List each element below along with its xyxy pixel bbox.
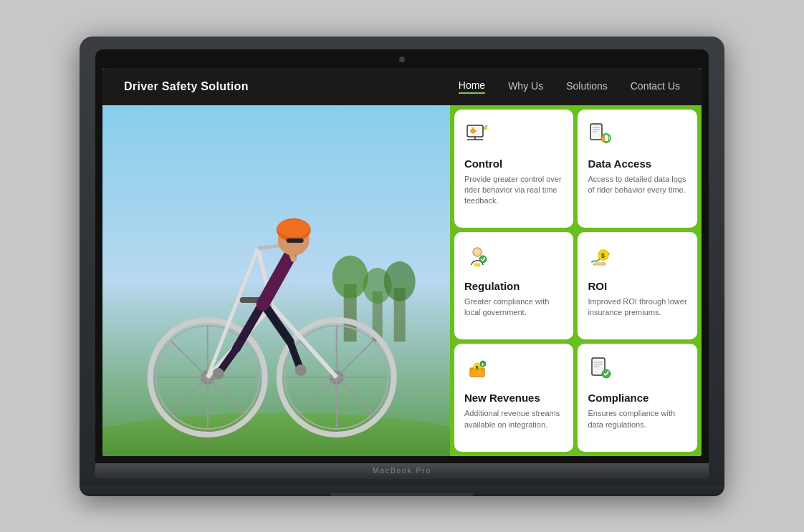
svg-point-1 [102, 413, 450, 456]
svg-point-58 [479, 256, 487, 263]
hero-image [102, 105, 450, 456]
feature-card-control: Control Provide greater control over rid… [454, 110, 574, 228]
compliance-icon [588, 355, 687, 385]
svg-rect-42 [287, 238, 304, 243]
feature-card-regulation: Regulation Greater compliance with local… [454, 232, 574, 339]
laptop-lid: Driver Safety Solution Home Why Us Solut… [80, 37, 724, 486]
svg-point-46 [471, 129, 475, 133]
svg-text:+: + [481, 362, 484, 367]
control-icon [464, 121, 564, 150]
feature-card-revenues: $ + New Revenues Additional revenue stre… [454, 344, 574, 451]
roi-desc: Improved ROI through lower insurance pre… [588, 296, 687, 319]
svg-rect-56 [602, 137, 605, 142]
feature-card-roi: $ ROI Improved ROI through lower insuran… [578, 232, 697, 339]
control-title: Control [464, 158, 564, 170]
svg-rect-59 [474, 263, 480, 266]
nav-home[interactable]: Home [459, 79, 485, 94]
feature-card-data-access: Data Access Access to detailed data logs… [578, 110, 697, 228]
nav-contact[interactable]: Contact Us [631, 80, 680, 93]
compliance-title: Compliance [588, 392, 687, 404]
svg-point-32 [213, 368, 224, 379]
roi-icon: $ [588, 243, 687, 273]
laptop-bottom [80, 486, 724, 496]
svg-text:$: $ [601, 252, 605, 259]
nav-solutions[interactable]: Solutions [566, 80, 608, 93]
brand-name: Driver Safety Solution [124, 80, 249, 93]
cyclist-illustration [102, 105, 450, 456]
data-access-desc: Access to detailed data logs of rider be… [588, 174, 687, 196]
hero-section: Control Provide greater control over rid… [102, 105, 702, 456]
features-grid: Control Provide greater control over rid… [450, 105, 702, 456]
data-access-title: Data Access [588, 158, 687, 170]
screen-bezel: Driver Safety Solution Home Why Us Solut… [95, 49, 709, 463]
regulation-title: Regulation [464, 280, 564, 292]
camera-dot [399, 57, 405, 62]
laptop-frame: Driver Safety Solution Home Why Us Solut… [80, 37, 724, 496]
control-desc: Provide greater control over rider behav… [464, 174, 564, 207]
feature-card-compliance: Compliance Ensures compliance with data … [578, 344, 697, 451]
data-access-icon [588, 121, 687, 150]
svg-point-41 [278, 220, 310, 237]
regulation-desc: Greater compliance with local government… [464, 296, 564, 319]
nav-why-us[interactable]: Why Us [508, 80, 543, 93]
svg-point-7 [384, 261, 416, 301]
svg-rect-49 [484, 127, 487, 129]
revenues-desc: Additional revenue streams available on … [464, 408, 564, 430]
laptop-base: MacBook Pro [95, 463, 709, 479]
svg-point-35 [295, 364, 307, 376]
svg-text:$: $ [475, 364, 479, 371]
revenues-icon: $ + [464, 355, 564, 385]
regulation-icon [464, 243, 564, 273]
nav-links: Home Why Us Solutions Contact Us [459, 79, 680, 94]
svg-point-3 [332, 256, 368, 299]
navbar: Driver Safety Solution Home Why Us Solut… [102, 68, 702, 105]
compliance-desc: Ensures compliance with data regulations… [588, 408, 687, 430]
laptop-model-label: MacBook Pro [373, 467, 431, 475]
roi-title: ROI [588, 280, 687, 292]
screen: Driver Safety Solution Home Why Us Solut… [102, 68, 702, 456]
revenues-title: New Revenues [464, 392, 564, 404]
svg-point-57 [473, 248, 482, 256]
